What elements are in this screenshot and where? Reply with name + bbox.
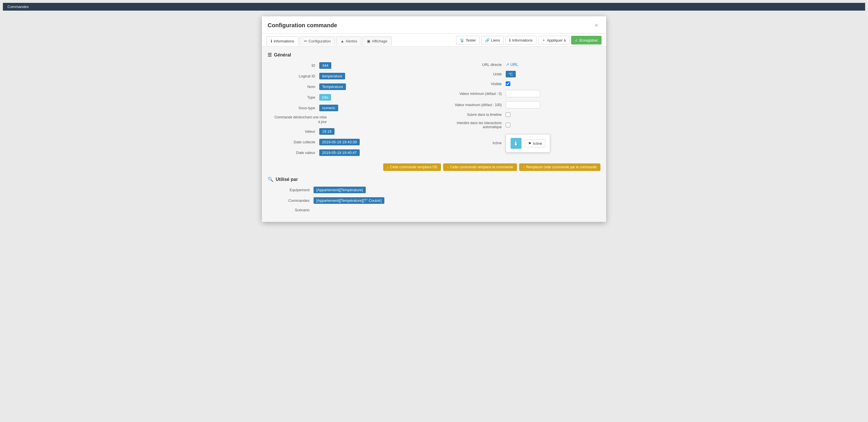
valeur-row: Valeur 19.19 bbox=[273, 128, 428, 135]
commande-row: Commande déclenchant une mise à jour bbox=[273, 115, 428, 124]
modal-title: Configuration commande bbox=[268, 22, 337, 29]
logical-id-value: temperature bbox=[319, 73, 345, 79]
visible-label: Visible bbox=[440, 82, 506, 86]
tester-label: Tester bbox=[466, 38, 476, 42]
appliquer-label: Appliquer à bbox=[547, 38, 566, 42]
nom-row: Nom Température bbox=[273, 84, 428, 90]
tab-affichage[interactable]: ▣ Affichage bbox=[363, 36, 392, 45]
general-section-title: ☰ Général bbox=[268, 52, 600, 58]
valeur-max-label: Valeur maximum (défaut : 100) bbox=[440, 103, 506, 107]
id-row: ID 344 bbox=[273, 62, 428, 69]
date-valeur-label: Date valeur bbox=[273, 151, 319, 155]
tab-informations-label: Informations bbox=[274, 39, 294, 43]
plus-icon: ＋ bbox=[542, 38, 546, 43]
icone-button[interactable]: ⚑ Icône bbox=[525, 140, 545, 148]
valeur-min-input[interactable] bbox=[506, 90, 540, 97]
tab-alertes[interactable]: ▲ Alertes bbox=[336, 36, 362, 45]
url-directe-row: URL directe ↗ URL bbox=[440, 62, 595, 67]
topbar-title: Commandes bbox=[7, 5, 29, 9]
visible-row: Visible bbox=[440, 82, 595, 86]
interdire-label: Interdire dans les interactions automati… bbox=[440, 121, 506, 129]
download-icon-2: ↓ bbox=[447, 165, 448, 169]
general-form-grid: ID 344 Logical ID temperature Nom Tempér… bbox=[268, 62, 600, 160]
utilise-par-section: 🔍 Utilisé par Equipement [Appartement][T… bbox=[268, 176, 600, 212]
commandes-used-row: Commandes [Appartement][Température][T° … bbox=[268, 197, 600, 204]
search-icon: 🔍 bbox=[268, 176, 273, 182]
liens-button[interactable]: 🔗 Liens bbox=[481, 36, 504, 44]
tab-informations-icon: ℹ bbox=[271, 39, 272, 43]
visible-checkbox[interactable] bbox=[506, 82, 510, 86]
equipement-label: Equipement bbox=[268, 188, 313, 192]
equipement-value: [Appartement][Température] bbox=[313, 187, 366, 193]
enregistrer-button[interactable]: ✓ Enregistrer bbox=[571, 36, 601, 44]
form-right: URL directe ↗ URL Unité °C Visible bbox=[434, 62, 600, 160]
date-collecte-row: Date collecte 2019-05-19 19:43:39 bbox=[273, 139, 428, 145]
type-row: Type info bbox=[273, 94, 428, 101]
valeur-max-input[interactable] bbox=[506, 101, 540, 108]
date-collecte-value: 2019-05-19 19:43:39 bbox=[319, 139, 360, 145]
url-directe-value: URL bbox=[510, 62, 518, 67]
tab-alertes-icon: ▲ bbox=[340, 39, 344, 43]
tabs-left: ℹ Informations ✏ Configuration ▲ Alertes… bbox=[267, 36, 392, 45]
remplacer-par-label: Remplacer cette commande par la commande bbox=[526, 165, 597, 169]
top-bar: Commandes bbox=[3, 3, 865, 10]
utilise-par-title: 🔍 Utilisé par bbox=[268, 176, 600, 182]
download-icon-1: ↓ bbox=[387, 165, 389, 169]
replace-commande-button[interactable]: ↓ Cette commande remplace la commande bbox=[443, 163, 517, 171]
info-icon: ℹ bbox=[509, 38, 510, 42]
unite-row: Unité °C bbox=[440, 71, 595, 77]
tab-configuration[interactable]: ✏ Configuration bbox=[300, 36, 335, 45]
nom-value: Température bbox=[319, 84, 346, 90]
tab-configuration-icon: ✏ bbox=[304, 39, 307, 43]
scenario-label: Scénario bbox=[268, 208, 313, 212]
type-value: info bbox=[319, 94, 331, 101]
informations-action-label: Informations bbox=[512, 38, 533, 42]
replace-buttons-container: ↓ Cette commande remplace l'ID ↓ Cette c… bbox=[268, 163, 600, 171]
flag-icon: ⚑ bbox=[528, 141, 531, 145]
tabs-bar: ℹ Informations ✏ Configuration ▲ Alertes… bbox=[262, 34, 606, 46]
valeur-min-label: Valeur minimum (défaut : 0) bbox=[440, 92, 506, 96]
unite-value: °C bbox=[506, 71, 516, 77]
modal-container: Configuration commande × ℹ Informations … bbox=[262, 17, 606, 222]
modal-close-button[interactable]: × bbox=[592, 21, 600, 30]
form-left: ID 344 Logical ID temperature Nom Tempér… bbox=[268, 62, 434, 160]
commande-label: Commande déclenchant une mise à jour bbox=[273, 115, 331, 124]
liens-label: Liens bbox=[491, 38, 500, 42]
informations-button[interactable]: ℹ Informations bbox=[505, 36, 536, 44]
interdire-checkbox[interactable] bbox=[506, 123, 510, 127]
valeur-min-row: Valeur minimum (défaut : 0) bbox=[440, 90, 595, 97]
check-icon: ✓ bbox=[575, 38, 578, 42]
id-value: 344 bbox=[319, 62, 331, 69]
tab-affichage-icon: ▣ bbox=[367, 39, 370, 43]
icone-button-label: Icône bbox=[533, 141, 542, 145]
appliquer-button[interactable]: ＋ Appliquer à bbox=[538, 36, 570, 44]
icon-popup: 🌡 ⚑ Icône bbox=[506, 134, 550, 153]
tab-affichage-label: Affichage bbox=[372, 39, 387, 43]
valeur-label: Valeur bbox=[273, 129, 319, 134]
tabs-right: 📡 Tester 🔗 Liens ℹ Informations ＋ Appliq… bbox=[456, 36, 601, 46]
equipement-row: Equipement [Appartement][Température] bbox=[268, 187, 600, 193]
date-collecte-label: Date collecte bbox=[273, 140, 319, 144]
date-valeur-value: 2019-05-19 19:40:47 bbox=[319, 149, 360, 156]
tab-configuration-label: Configuration bbox=[309, 39, 331, 43]
rss-icon: 📡 bbox=[460, 38, 464, 42]
unite-label: Unité bbox=[440, 72, 506, 76]
tab-informations[interactable]: ℹ Informations bbox=[267, 36, 299, 45]
icone-label: Icône bbox=[440, 141, 506, 145]
icone-row: Icône 🌡 ⚑ Icône bbox=[440, 133, 595, 153]
url-directe-link[interactable]: ↗ URL bbox=[506, 62, 518, 67]
tab-alertes-label: Alertes bbox=[346, 39, 357, 43]
timeline-row: Suivre dans la timeline bbox=[440, 112, 595, 117]
replace-id-button[interactable]: ↓ Cette commande remplace l'ID bbox=[383, 163, 441, 171]
remplacer-par-button[interactable]: ↓ Remplacer cette commande par la comman… bbox=[519, 163, 600, 171]
list-icon: ☰ bbox=[268, 52, 272, 58]
modal-header: Configuration commande × bbox=[262, 17, 606, 34]
tester-button[interactable]: 📡 Tester bbox=[456, 36, 479, 44]
link-external-icon: ↗ bbox=[506, 62, 509, 67]
scenario-row: Scénario bbox=[268, 208, 600, 212]
download-icon-3: ↓ bbox=[523, 165, 525, 169]
timeline-checkbox[interactable] bbox=[506, 112, 510, 117]
nom-label: Nom bbox=[273, 85, 319, 89]
sous-type-label: Sous-type bbox=[273, 106, 319, 110]
timeline-label: Suivre dans la timeline bbox=[440, 113, 506, 117]
